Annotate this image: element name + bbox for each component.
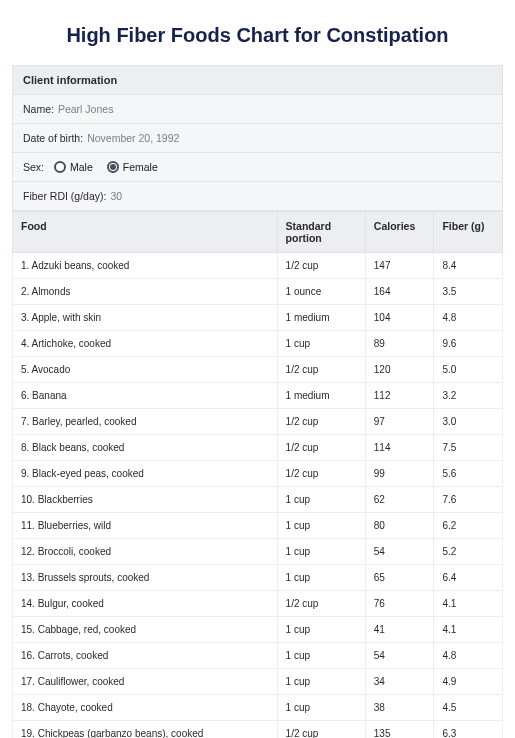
cell-fiber: 4.8 xyxy=(434,305,503,331)
cell-food: 6. Banana xyxy=(13,383,278,409)
cell-portion: 1 cup xyxy=(277,695,365,721)
table-row: 17. Cauliflower, cooked1 cup344.9 xyxy=(13,669,503,695)
cell-food: 8. Black beans, cooked xyxy=(13,435,278,461)
cell-calories: 62 xyxy=(365,487,434,513)
table-row: 18. Chayote, cooked1 cup384.5 xyxy=(13,695,503,721)
cell-fiber: 6.4 xyxy=(434,565,503,591)
client-info-header: Client information xyxy=(12,65,503,95)
cell-portion: 1 ounce xyxy=(277,279,365,305)
table-row: 9. Black-eyed peas, cooked1/2 cup995.6 xyxy=(13,461,503,487)
client-dob-value: November 20, 1992 xyxy=(87,132,179,144)
cell-food: 9. Black-eyed peas, cooked xyxy=(13,461,278,487)
cell-portion: 1 medium xyxy=(277,383,365,409)
cell-calories: 114 xyxy=(365,435,434,461)
table-row: 4. Artichoke, cooked1 cup899.6 xyxy=(13,331,503,357)
cell-food: 7. Barley, pearled, cooked xyxy=(13,409,278,435)
cell-food: 19. Chickpeas (garbanzo beans), cooked xyxy=(13,721,278,739)
client-dob-row: Date of birth: November 20, 1992 xyxy=(12,124,503,153)
cell-food: 15. Cabbage, red, cooked xyxy=(13,617,278,643)
cell-portion: 1 cup xyxy=(277,539,365,565)
cell-portion: 1/2 cup xyxy=(277,435,365,461)
table-row: 12. Broccoli, cooked1 cup545.2 xyxy=(13,539,503,565)
sex-option-female[interactable]: Female xyxy=(107,161,158,173)
cell-fiber: 9.6 xyxy=(434,331,503,357)
cell-fiber: 5.6 xyxy=(434,461,503,487)
cell-calories: 112 xyxy=(365,383,434,409)
cell-calories: 76 xyxy=(365,591,434,617)
cell-calories: 89 xyxy=(365,331,434,357)
cell-calories: 99 xyxy=(365,461,434,487)
sex-option-male[interactable]: Male xyxy=(54,161,93,173)
cell-calories: 41 xyxy=(365,617,434,643)
table-row: 2. Almonds1 ounce1643.5 xyxy=(13,279,503,305)
table-row: 13. Brussels sprouts, cooked1 cup656.4 xyxy=(13,565,503,591)
cell-food: 4. Artichoke, cooked xyxy=(13,331,278,357)
cell-food: 10. Blackberries xyxy=(13,487,278,513)
table-row: 16. Carrots, cooked1 cup544.8 xyxy=(13,643,503,669)
cell-calories: 135 xyxy=(365,721,434,739)
cell-portion: 1 cup xyxy=(277,487,365,513)
cell-portion: 1 cup xyxy=(277,331,365,357)
cell-fiber: 7.5 xyxy=(434,435,503,461)
cell-portion: 1 cup xyxy=(277,513,365,539)
cell-food: 5. Avocado xyxy=(13,357,278,383)
cell-fiber: 7.6 xyxy=(434,487,503,513)
table-row: 8. Black beans, cooked1/2 cup1147.5 xyxy=(13,435,503,461)
client-sex-row: Sex: Male Female xyxy=(12,153,503,182)
cell-fiber: 4.9 xyxy=(434,669,503,695)
cell-portion: 1/2 cup xyxy=(277,409,365,435)
cell-food: 17. Cauliflower, cooked xyxy=(13,669,278,695)
cell-fiber: 6.3 xyxy=(434,721,503,739)
client-rdi-label: Fiber RDI (g/day): xyxy=(23,190,106,202)
cell-fiber: 6.2 xyxy=(434,513,503,539)
foods-table: Food Standard portion Calories Fiber (g)… xyxy=(12,211,503,738)
th-fiber: Fiber (g) xyxy=(434,212,503,253)
table-row: 5. Avocado1/2 cup1205.0 xyxy=(13,357,503,383)
cell-portion: 1/2 cup xyxy=(277,591,365,617)
cell-calories: 34 xyxy=(365,669,434,695)
cell-fiber: 4.1 xyxy=(434,617,503,643)
cell-food: 14. Bulgur, cooked xyxy=(13,591,278,617)
client-sex-label: Sex: xyxy=(23,161,44,173)
cell-fiber: 5.0 xyxy=(434,357,503,383)
cell-portion: 1 cup xyxy=(277,565,365,591)
th-portion: Standard portion xyxy=(277,212,365,253)
table-header-row: Food Standard portion Calories Fiber (g) xyxy=(13,212,503,253)
cell-portion: 1/2 cup xyxy=(277,721,365,739)
table-row: 3. Apple, with skin1 medium1044.8 xyxy=(13,305,503,331)
cell-fiber: 8.4 xyxy=(434,253,503,279)
cell-calories: 65 xyxy=(365,565,434,591)
cell-portion: 1/2 cup xyxy=(277,357,365,383)
radio-icon xyxy=(54,161,66,173)
cell-food: 12. Broccoli, cooked xyxy=(13,539,278,565)
cell-fiber: 4.8 xyxy=(434,643,503,669)
client-rdi-value: 30 xyxy=(110,190,122,202)
cell-fiber: 3.5 xyxy=(434,279,503,305)
th-food: Food xyxy=(13,212,278,253)
client-name-value: Pearl Jones xyxy=(58,103,113,115)
cell-portion: 1 cup xyxy=(277,643,365,669)
cell-food: 3. Apple, with skin xyxy=(13,305,278,331)
cell-portion: 1 cup xyxy=(277,617,365,643)
cell-fiber: 4.5 xyxy=(434,695,503,721)
cell-portion: 1/2 cup xyxy=(277,461,365,487)
cell-calories: 80 xyxy=(365,513,434,539)
sex-option-female-label: Female xyxy=(123,161,158,173)
cell-fiber: 5.2 xyxy=(434,539,503,565)
table-row: 10. Blackberries1 cup627.6 xyxy=(13,487,503,513)
cell-calories: 164 xyxy=(365,279,434,305)
cell-portion: 1/2 cup xyxy=(277,253,365,279)
cell-fiber: 4.1 xyxy=(434,591,503,617)
sex-option-male-label: Male xyxy=(70,161,93,173)
table-row: 15. Cabbage, red, cooked1 cup414.1 xyxy=(13,617,503,643)
cell-calories: 97 xyxy=(365,409,434,435)
cell-calories: 54 xyxy=(365,643,434,669)
client-dob-label: Date of birth: xyxy=(23,132,83,144)
table-row: 11. Blueberries, wild1 cup806.2 xyxy=(13,513,503,539)
cell-food: 11. Blueberries, wild xyxy=(13,513,278,539)
cell-fiber: 3.2 xyxy=(434,383,503,409)
cell-calories: 104 xyxy=(365,305,434,331)
table-row: 7. Barley, pearled, cooked1/2 cup973.0 xyxy=(13,409,503,435)
table-row: 1. Adzuki beans, cooked1/2 cup1478.4 xyxy=(13,253,503,279)
th-calories: Calories xyxy=(365,212,434,253)
